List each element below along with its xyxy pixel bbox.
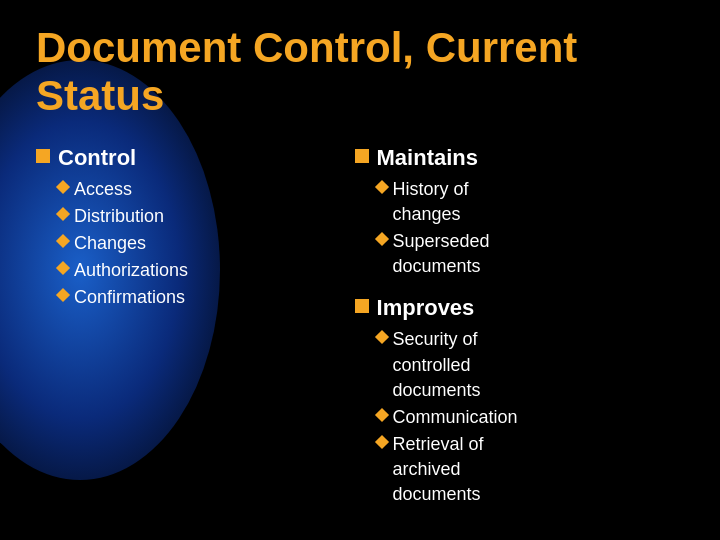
list-item: Changes bbox=[58, 231, 323, 256]
list-item: Supersededdocuments bbox=[377, 229, 684, 279]
improves-section: Improves Security ofcontrolleddocuments … bbox=[355, 295, 684, 507]
diamond-icon bbox=[374, 180, 388, 194]
list-item: Authorizations bbox=[58, 258, 323, 283]
item-distribution: Distribution bbox=[74, 204, 164, 229]
item-retrieval: Retrieval ofarchiveddocuments bbox=[393, 432, 484, 508]
improves-title: Improves bbox=[377, 295, 475, 321]
maintains-title: Maintains bbox=[377, 145, 478, 171]
maintains-list: History ofchanges Supersededdocuments bbox=[377, 177, 684, 280]
diamond-icon bbox=[374, 330, 388, 344]
maintains-section: Maintains History ofchanges Supersededdo… bbox=[355, 145, 684, 280]
two-column-layout: Control Access Distribution Changes Aut bbox=[36, 145, 684, 510]
diamond-icon bbox=[374, 408, 388, 422]
diamond-icon bbox=[374, 435, 388, 449]
diamond-icon bbox=[56, 207, 70, 221]
improves-bullet bbox=[355, 299, 369, 313]
left-column: Control Access Distribution Changes Aut bbox=[36, 145, 323, 313]
diamond-icon bbox=[56, 288, 70, 302]
maintains-bullet bbox=[355, 149, 369, 163]
list-item: History ofchanges bbox=[377, 177, 684, 227]
item-security: Security ofcontrolleddocuments bbox=[393, 327, 481, 403]
item-authorizations: Authorizations bbox=[74, 258, 188, 283]
list-item: Security ofcontrolleddocuments bbox=[377, 327, 684, 403]
improves-list: Security ofcontrolleddocuments Communica… bbox=[377, 327, 684, 507]
right-column: Maintains History ofchanges Supersededdo… bbox=[355, 145, 684, 510]
main-content: Document Control, Current Status Control… bbox=[0, 0, 720, 526]
list-item: Access bbox=[58, 177, 323, 202]
list-item: Confirmations bbox=[58, 285, 323, 310]
control-bullet bbox=[36, 149, 50, 163]
diamond-icon bbox=[56, 234, 70, 248]
control-list: Access Distribution Changes Authorizatio… bbox=[58, 177, 323, 311]
diamond-icon bbox=[374, 232, 388, 246]
list-item: Retrieval ofarchiveddocuments bbox=[377, 432, 684, 508]
maintains-header: Maintains bbox=[355, 145, 684, 171]
list-item: Distribution bbox=[58, 204, 323, 229]
item-communication: Communication bbox=[393, 405, 518, 430]
item-confirmations: Confirmations bbox=[74, 285, 185, 310]
diamond-icon bbox=[56, 261, 70, 275]
control-title: Control bbox=[58, 145, 136, 171]
item-changes: Changes bbox=[74, 231, 146, 256]
item-access: Access bbox=[74, 177, 132, 202]
item-history: History ofchanges bbox=[393, 177, 469, 227]
control-section-header: Control bbox=[36, 145, 323, 171]
improves-header: Improves bbox=[355, 295, 684, 321]
diamond-icon bbox=[56, 180, 70, 194]
item-superseded: Supersededdocuments bbox=[393, 229, 490, 279]
list-item: Communication bbox=[377, 405, 684, 430]
page-title: Document Control, Current Status bbox=[36, 24, 684, 121]
